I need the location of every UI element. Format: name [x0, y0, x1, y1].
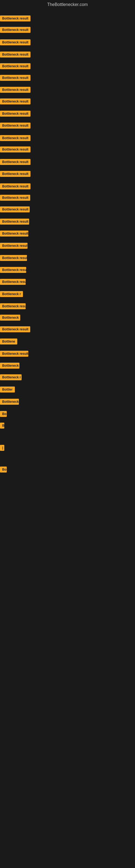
bottleneck-badge: Bottleneck [0, 315, 20, 321]
bottleneck-item: Bottleneck result [0, 98, 31, 105]
bottleneck-item: Bo [0, 467, 7, 474]
bottleneck-badge: Bottleneck result [0, 98, 31, 104]
bottleneck-item: Bottleneck r [0, 291, 23, 298]
bottleneck-badge: Bottleneck result [0, 195, 30, 201]
bottleneck-item: Bottleneck result [0, 195, 30, 202]
bottleneck-badge: Bottlene [0, 339, 17, 344]
bottleneck-badge: Bottleneck r [0, 291, 23, 297]
bottleneck-badge: Bottleneck result [0, 16, 31, 22]
bottleneck-badge: Bottleneck result [0, 87, 31, 93]
bottleneck-item: Bottlene [0, 339, 17, 346]
bottleneck-item: Bottleneck result [0, 147, 31, 154]
bottleneck-badge: Bottleneck result [0, 255, 27, 261]
bottleneck-item: Bo [0, 411, 7, 418]
bottleneck-badge: Bottleneck [0, 399, 19, 405]
bottleneck-badge: Bottleneck result [0, 326, 30, 332]
bottleneck-badge: Bottleneck result [0, 183, 31, 189]
bottleneck-item: Bottleneck result [0, 326, 30, 333]
bottleneck-badge: Bo [0, 411, 7, 417]
bottleneck-item: Bottleneck result [0, 111, 31, 118]
bottleneck-badge: Bottleneck result [0, 351, 28, 357]
bottleneck-badge: Bottleneck resu [0, 303, 26, 309]
bottleneck-badge: Bottleneck result [0, 111, 31, 117]
site-title: TheBottlenecker.com [0, 0, 135, 9]
bottleneck-item: Bottleneck resu [0, 303, 26, 310]
bottleneck-item: | [0, 445, 4, 452]
bottleneck-item: Bottleneck [0, 399, 19, 406]
bottleneck-item: Bottleneck result [0, 27, 31, 34]
bottleneck-badge: Bottleneck result [0, 230, 28, 237]
bottleneck-item: Bottleneck result [0, 39, 31, 46]
bottleneck-item: Bottler [0, 386, 15, 394]
bottleneck-item: Bottleneck result [0, 16, 31, 23]
bottleneck-badge: B [0, 423, 4, 429]
bottleneck-badge: Bo [0, 467, 7, 472]
bottleneck-item: Bottleneck result [0, 243, 28, 250]
bottleneck-badge: Bottler [0, 386, 15, 393]
bottleneck-item: Bottleneck result [0, 63, 31, 70]
bottleneck-item: Bottleneck result [0, 279, 26, 286]
bottleneck-item: Bottleneck result [0, 52, 31, 59]
bottleneck-badge: Bottleneck result [0, 52, 31, 58]
bottleneck-badge: Bottleneck result [0, 123, 31, 129]
bottleneck-item: Bottleneck result [0, 183, 31, 190]
bottleneck-item: Bottleneck result [0, 159, 31, 166]
bottleneck-item: Bottleneck [0, 315, 20, 322]
bottleneck-badge: Bottleneck result [0, 27, 31, 33]
bottleneck-badge: Bottleneck result [0, 171, 31, 177]
bottleneck-badge: Bottleneck result [0, 219, 29, 225]
bottleneck-item: B [0, 423, 4, 430]
bottleneck-item: Bottleneck result [0, 230, 28, 238]
bottleneck-badge: Bottleneck r [0, 374, 21, 380]
bottleneck-badge: Bottleneck result [0, 63, 31, 69]
bottleneck-item: Bottleneck [0, 363, 19, 370]
bottleneck-badge: Bottleneck [0, 363, 19, 369]
bottleneck-badge: Bottleneck result [0, 135, 31, 141]
bottleneck-item: Bottleneck result [0, 123, 31, 130]
bottleneck-item: Bottleneck result [0, 255, 27, 262]
bottleneck-badge: Bottleneck result [0, 243, 28, 249]
bottleneck-item: Bottleneck result [0, 219, 29, 226]
bottleneck-item: Bottleneck result [0, 267, 26, 274]
bottleneck-badge: Bottleneck result [0, 39, 31, 45]
bottleneck-item: Bottleneck result [0, 171, 31, 178]
bottleneck-badge: Bottleneck result [0, 267, 26, 273]
bottleneck-badge: Bottleneck result [0, 159, 31, 165]
bottleneck-item: Bottleneck result [0, 207, 30, 214]
bottleneck-badge: Bottleneck result [0, 147, 31, 152]
bottleneck-badge: Bottleneck result [0, 279, 26, 285]
bottleneck-item: Bottleneck result [0, 87, 31, 94]
bottleneck-badge: Bottleneck result [0, 75, 31, 81]
bottleneck-item: Bottleneck result [0, 75, 31, 82]
bottleneck-badge: | [0, 445, 4, 451]
bottleneck-item: Bottleneck result [0, 135, 31, 142]
bottleneck-item: Bottleneck r [0, 374, 21, 381]
bottleneck-item: Bottleneck result [0, 351, 28, 358]
bottleneck-badge: Bottleneck result [0, 207, 30, 212]
